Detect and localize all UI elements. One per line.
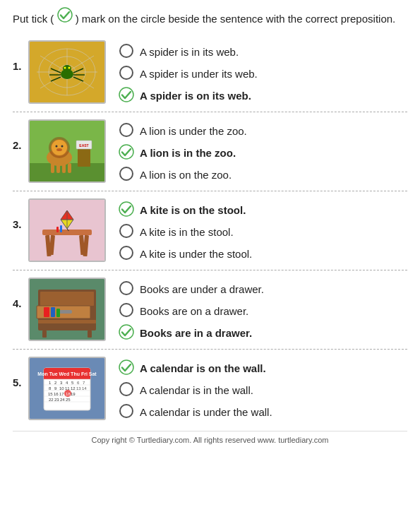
svg-rect-23 bbox=[30, 163, 104, 181]
svg-point-68 bbox=[120, 304, 133, 316]
svg-text:12: 12 bbox=[71, 386, 76, 391]
radio-empty-icon[interactable] bbox=[119, 166, 134, 181]
option-text-1-1: A spider is in its web. bbox=[140, 46, 239, 58]
svg-rect-66 bbox=[38, 320, 96, 323]
page: Put tick ( ) mark on the circle beside t… bbox=[0, 0, 420, 451]
svg-rect-36 bbox=[62, 163, 66, 173]
radio-checked-icon[interactable] bbox=[119, 201, 134, 219]
option-row-4-1[interactable]: Books are under a drawer. bbox=[119, 280, 264, 298]
svg-text:22: 22 bbox=[49, 398, 54, 402]
option-row-5-3[interactable]: A calendar is under the wall. bbox=[119, 403, 272, 421]
question-options-2: A lion is under the zoo. A lion is in th… bbox=[119, 119, 247, 184]
question-block-3: 3. A bbox=[13, 191, 407, 270]
svg-point-30 bbox=[52, 140, 67, 155]
radio-checked-icon[interactable] bbox=[119, 324, 134, 342]
svg-rect-34 bbox=[51, 163, 54, 173]
svg-point-55 bbox=[120, 246, 133, 259]
question-image-2: EAST bbox=[28, 119, 106, 183]
tick-icon-inline bbox=[57, 7, 73, 23]
option-row-3-2[interactable]: A kite is in the stool. bbox=[119, 223, 252, 241]
question-number-1: 1. bbox=[13, 40, 28, 72]
radio-empty-icon[interactable] bbox=[119, 381, 134, 397]
option-row-4-2[interactable]: Books are on a drawer. bbox=[119, 302, 264, 320]
option-row-1-1[interactable]: A spider is in its web. bbox=[119, 43, 258, 61]
radio-checked-icon[interactable] bbox=[119, 359, 134, 377]
option-row-2-1[interactable]: A lion is under the zoo. bbox=[119, 122, 247, 140]
radio-empty-icon[interactable] bbox=[119, 403, 134, 419]
svg-text:14: 14 bbox=[82, 386, 87, 391]
radio-empty-icon[interactable] bbox=[119, 280, 134, 298]
radio-checked-icon[interactable] bbox=[119, 87, 134, 105]
svg-point-20 bbox=[120, 66, 133, 79]
question-image-1 bbox=[28, 40, 106, 104]
tick-checked-icon bbox=[119, 201, 134, 217]
radio-empty-icon[interactable] bbox=[119, 65, 134, 83]
svg-point-105 bbox=[120, 383, 133, 395]
option-text-4-1: Books are under a drawer. bbox=[140, 283, 264, 295]
svg-text:Mon Tue Wed Thu Fri Sat: Mon Tue Wed Thu Fri Sat bbox=[37, 371, 97, 376]
radio-empty-icon[interactable] bbox=[119, 280, 134, 296]
tick-checked-icon bbox=[119, 359, 134, 375]
questions-container: 1. bbox=[13, 33, 407, 428]
question-number-2: 2. bbox=[13, 119, 28, 151]
radio-empty-icon[interactable] bbox=[119, 43, 134, 61]
svg-point-67 bbox=[120, 282, 133, 294]
option-row-3-1[interactable]: A kite is on the stool. bbox=[119, 201, 252, 219]
svg-text:10: 10 bbox=[59, 386, 64, 391]
svg-text:16: 16 bbox=[54, 392, 59, 396]
option-text-2-3: A lion is on the zoo. bbox=[140, 169, 232, 181]
tick-checked-icon bbox=[119, 324, 134, 340]
option-row-5-1[interactable]: A calendar is on the wall. bbox=[119, 359, 272, 377]
radio-empty-icon[interactable] bbox=[119, 245, 134, 263]
option-text-2-2: A lion is in the zoo. bbox=[140, 147, 236, 159]
question-image-3 bbox=[28, 198, 106, 262]
option-row-2-2[interactable]: A lion is in the zoo. bbox=[119, 144, 247, 162]
svg-rect-61 bbox=[44, 307, 49, 317]
svg-rect-42 bbox=[42, 230, 92, 235]
option-text-5-1: A calendar is on the wall. bbox=[140, 362, 266, 374]
svg-point-54 bbox=[120, 225, 133, 237]
svg-rect-63 bbox=[56, 309, 60, 317]
radio-empty-icon[interactable] bbox=[119, 245, 134, 261]
question-options-4: Books are under a drawer. Books are on a… bbox=[119, 278, 264, 342]
option-row-1-2[interactable]: A spider is under its web. bbox=[119, 65, 258, 83]
svg-rect-65 bbox=[88, 331, 92, 338]
radio-empty-icon[interactable] bbox=[119, 65, 134, 81]
radio-empty-icon[interactable] bbox=[119, 302, 134, 318]
option-row-5-2[interactable]: A calendar is in the wall. bbox=[119, 381, 272, 399]
option-row-1-3[interactable]: A spider is on its web. bbox=[119, 87, 258, 105]
radio-empty-icon[interactable] bbox=[119, 223, 134, 241]
svg-rect-58 bbox=[40, 292, 94, 306]
radio-empty-icon[interactable] bbox=[119, 166, 134, 184]
option-row-2-3[interactable]: A lion is on the zoo. bbox=[119, 166, 247, 184]
question-block-5: 5. Mon Tue Wed Thu Fri Sat 1 2 3 4 bbox=[13, 350, 407, 428]
svg-point-11 bbox=[64, 67, 66, 69]
radio-empty-icon[interactable] bbox=[119, 122, 134, 140]
svg-text:15: 15 bbox=[48, 392, 53, 396]
radio-empty-icon[interactable] bbox=[119, 122, 134, 138]
tick-checked-icon bbox=[119, 87, 134, 102]
radio-empty-icon[interactable] bbox=[119, 43, 134, 59]
option-text-4-3: Books are in a drawer. bbox=[140, 327, 252, 339]
svg-text:23: 23 bbox=[54, 398, 59, 402]
question-number-5: 5. bbox=[13, 357, 28, 388]
radio-checked-icon[interactable] bbox=[119, 144, 134, 162]
radio-empty-icon[interactable] bbox=[119, 302, 134, 320]
instructions: Put tick ( ) mark on the circle beside t… bbox=[13, 7, 407, 26]
option-row-3-3[interactable]: A kite is under the stool. bbox=[119, 245, 252, 263]
option-row-4-3[interactable]: Books are in a drawer. bbox=[119, 324, 264, 342]
radio-empty-icon[interactable] bbox=[119, 403, 134, 421]
svg-rect-51 bbox=[56, 227, 59, 232]
option-text-4-2: Books are on a drawer. bbox=[140, 305, 248, 317]
radio-empty-icon[interactable] bbox=[119, 223, 134, 239]
svg-point-31 bbox=[56, 145, 58, 148]
svg-rect-62 bbox=[51, 307, 55, 317]
svg-text:17: 17 bbox=[59, 392, 64, 396]
option-text-3-2: A kite is in the stool. bbox=[140, 226, 234, 238]
question-number-4: 4. bbox=[13, 278, 28, 309]
question-image-4 bbox=[28, 278, 106, 341]
svg-text:19: 19 bbox=[71, 392, 76, 396]
svg-text:25: 25 bbox=[66, 398, 71, 402]
svg-rect-64 bbox=[42, 331, 47, 338]
radio-empty-icon[interactable] bbox=[119, 381, 134, 399]
